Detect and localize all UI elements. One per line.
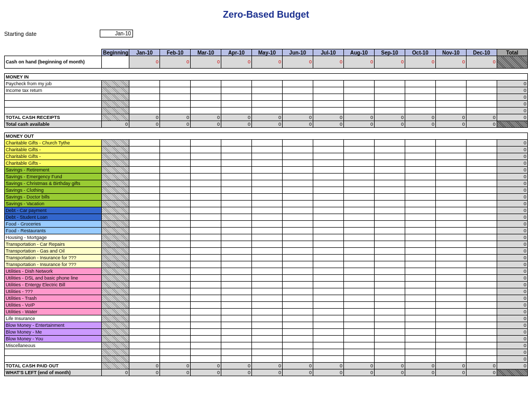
money-out-cell[interactable] bbox=[405, 187, 435, 194]
money-in-cell[interactable] bbox=[435, 81, 466, 87]
money-out-cell[interactable] bbox=[251, 241, 282, 248]
money-out-cell[interactable] bbox=[374, 201, 405, 207]
money-out-cell[interactable] bbox=[160, 268, 191, 275]
money-out-cell[interactable] bbox=[191, 180, 221, 187]
money-in-cell[interactable] bbox=[374, 108, 405, 114]
money-out-cell[interactable] bbox=[160, 140, 191, 147]
money-out-cell[interactable] bbox=[129, 268, 160, 275]
money-out-cell[interactable] bbox=[160, 309, 191, 315]
money-out-cell[interactable] bbox=[435, 342, 466, 349]
money-out-cell[interactable] bbox=[343, 342, 374, 349]
money-in-cell[interactable] bbox=[282, 87, 313, 94]
money-out-cell[interactable] bbox=[435, 275, 466, 282]
money-out-cell[interactable] bbox=[191, 322, 221, 329]
money-out-cell[interactable] bbox=[374, 140, 405, 147]
money-in-cell[interactable] bbox=[251, 101, 282, 108]
money-out-cell[interactable] bbox=[374, 160, 405, 167]
money-out-cell[interactable] bbox=[160, 342, 191, 349]
money-out-cell[interactable] bbox=[313, 248, 343, 255]
money-out-cell[interactable] bbox=[313, 160, 343, 167]
money-out-cell[interactable] bbox=[313, 153, 343, 160]
money-out-cell[interactable] bbox=[129, 180, 160, 187]
money-out-cell[interactable] bbox=[191, 342, 221, 349]
money-out-cell[interactable] bbox=[129, 214, 160, 221]
money-in-cell[interactable] bbox=[129, 94, 160, 101]
cash-on-hand-cell[interactable] bbox=[102, 56, 129, 69]
money-in-cell[interactable] bbox=[251, 81, 282, 87]
money-in-cell[interactable] bbox=[221, 108, 252, 114]
money-out-cell[interactable] bbox=[466, 214, 497, 221]
money-out-cell[interactable] bbox=[343, 329, 374, 336]
money-out-cell[interactable] bbox=[343, 302, 374, 309]
money-out-cell[interactable] bbox=[282, 228, 313, 234]
money-in-cell[interactable] bbox=[191, 108, 221, 114]
money-out-cell[interactable] bbox=[221, 329, 252, 336]
money-out-cell[interactable] bbox=[129, 282, 160, 288]
money-in-cell[interactable] bbox=[313, 108, 343, 114]
money-out-cell[interactable] bbox=[374, 228, 405, 234]
money-out-cell[interactable] bbox=[282, 160, 313, 167]
cash-on-hand-cell[interactable]: 0 bbox=[374, 56, 405, 69]
money-out-cell[interactable] bbox=[466, 194, 497, 201]
money-out-cell[interactable] bbox=[343, 201, 374, 207]
money-out-cell[interactable] bbox=[435, 147, 466, 153]
money-out-cell[interactable] bbox=[374, 315, 405, 322]
money-out-cell[interactable] bbox=[221, 214, 252, 221]
money-out-cell[interactable] bbox=[435, 336, 466, 342]
money-out-cell[interactable] bbox=[374, 167, 405, 174]
money-out-cell[interactable] bbox=[313, 228, 343, 234]
money-out-cell[interactable] bbox=[374, 194, 405, 201]
money-out-cell[interactable] bbox=[221, 234, 252, 241]
money-out-cell[interactable] bbox=[405, 228, 435, 234]
money-out-cell[interactable] bbox=[466, 342, 497, 349]
money-in-cell[interactable] bbox=[466, 108, 497, 114]
money-out-cell[interactable] bbox=[313, 315, 343, 322]
money-out-cell[interactable] bbox=[343, 207, 374, 214]
money-out-cell[interactable] bbox=[466, 282, 497, 288]
money-out-cell[interactable] bbox=[191, 153, 221, 160]
money-out-cell[interactable] bbox=[466, 349, 497, 356]
money-out-cell[interactable] bbox=[405, 309, 435, 315]
money-in-cell[interactable] bbox=[251, 108, 282, 114]
money-out-cell[interactable] bbox=[251, 187, 282, 194]
money-out-cell[interactable] bbox=[129, 295, 160, 302]
money-in-cell[interactable] bbox=[343, 101, 374, 108]
money-out-cell[interactable] bbox=[129, 336, 160, 342]
money-out-cell[interactable] bbox=[435, 228, 466, 234]
money-out-cell[interactable] bbox=[466, 336, 497, 342]
money-out-cell[interactable] bbox=[282, 322, 313, 329]
money-out-cell[interactable] bbox=[251, 288, 282, 295]
money-out-cell[interactable] bbox=[466, 167, 497, 174]
money-out-cell[interactable] bbox=[282, 295, 313, 302]
money-in-cell[interactable] bbox=[374, 94, 405, 101]
money-out-cell[interactable] bbox=[343, 322, 374, 329]
money-out-cell[interactable] bbox=[435, 356, 466, 363]
money-out-cell[interactable] bbox=[129, 174, 160, 180]
money-out-cell[interactable] bbox=[221, 315, 252, 322]
money-out-cell[interactable] bbox=[313, 207, 343, 214]
money-out-cell[interactable] bbox=[282, 329, 313, 336]
money-out-cell[interactable] bbox=[160, 160, 191, 167]
money-out-cell[interactable] bbox=[374, 207, 405, 214]
money-out-cell[interactable] bbox=[160, 349, 191, 356]
money-out-cell[interactable] bbox=[466, 329, 497, 336]
money-out-cell[interactable] bbox=[466, 180, 497, 187]
money-out-cell[interactable] bbox=[405, 153, 435, 160]
money-out-cell[interactable] bbox=[405, 214, 435, 221]
money-out-cell[interactable] bbox=[282, 187, 313, 194]
cash-on-hand-cell[interactable]: 0 bbox=[435, 56, 466, 69]
money-out-cell[interactable] bbox=[435, 174, 466, 180]
money-out-cell[interactable] bbox=[160, 282, 191, 288]
money-out-cell[interactable] bbox=[251, 255, 282, 261]
money-out-cell[interactable] bbox=[374, 309, 405, 315]
money-out-cell[interactable] bbox=[160, 234, 191, 241]
cash-on-hand-cell[interactable]: 0 bbox=[343, 56, 374, 69]
money-out-cell[interactable] bbox=[343, 261, 374, 268]
money-in-cell[interactable] bbox=[282, 94, 313, 101]
money-out-cell[interactable] bbox=[313, 329, 343, 336]
money-out-cell[interactable] bbox=[466, 309, 497, 315]
money-out-cell[interactable] bbox=[221, 288, 252, 295]
money-out-cell[interactable] bbox=[435, 241, 466, 248]
money-out-cell[interactable] bbox=[129, 140, 160, 147]
money-out-cell[interactable] bbox=[191, 302, 221, 309]
